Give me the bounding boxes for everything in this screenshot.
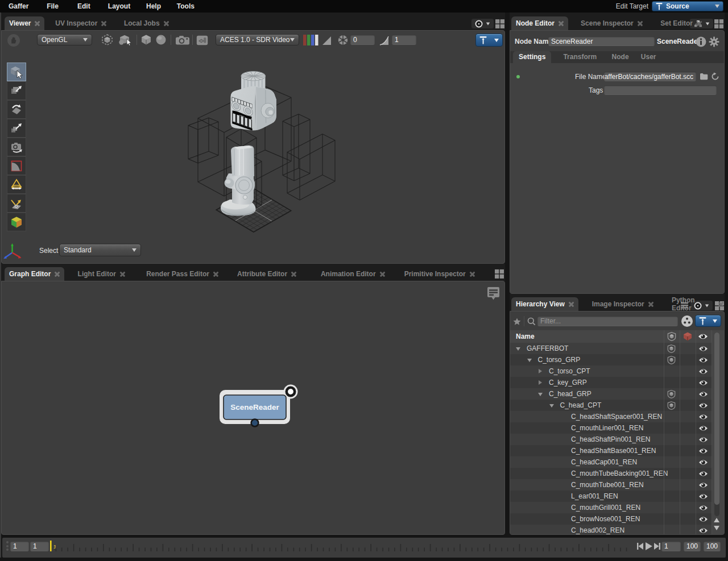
renderer-dropdown[interactable]: OpenGL [37,34,92,45]
inclusions-column-icon[interactable] [667,332,676,341]
play-button[interactable] [645,542,652,550]
file-reload-button[interactable] [711,72,719,81]
exclusions-column-icon[interactable] [683,332,692,341]
node-info-button[interactable] [696,36,706,47]
bookmarks-star-button[interactable] [513,318,521,326]
range-end-field[interactable]: 100 [684,541,701,551]
translate-tool-button[interactable] [7,81,26,100]
close-icon[interactable] [559,21,564,26]
graph-tab-animation-editor[interactable]: Animation Editor [316,267,390,281]
hierarchy-scrollbar-thumb[interactable] [714,333,719,505]
scene-end-field[interactable]: 100 [704,541,721,551]
sphere-shading-button[interactable] [155,34,167,45]
section-tab-node[interactable]: Node [606,51,635,63]
hierarchy-row-C_mouthTube001_REN[interactable]: C_mouthTube001_REN [510,479,712,491]
hierarchy-row-C_head002_REN[interactable]: C_head002_REN [510,525,712,534]
filter-input[interactable]: Filter... [537,316,678,326]
close-icon[interactable] [35,21,40,26]
expand-arrow-open[interactable] [549,404,554,408]
viewer-tab-viewer[interactable]: Viewer [5,16,44,30]
hierarchy-tab-hierarchy-view[interactable]: Hierarchy View [511,297,578,311]
close-icon[interactable] [470,272,475,277]
menu-layout[interactable]: Layout [108,0,130,13]
menu-gaffer[interactable]: Gaffer [9,0,28,13]
close-icon[interactable] [638,21,643,26]
hierarchy-tab-image-inspector[interactable]: Image Inspector [588,297,658,311]
expand-arrow-open[interactable] [516,347,520,351]
node-gear-menu-button[interactable] [709,36,719,47]
close-icon[interactable] [213,272,218,277]
light-tool-button[interactable] [7,175,26,194]
edit-target-dropdown[interactable]: Source [652,1,723,11]
timeline-drag-handle[interactable] [6,541,9,551]
hierarchy-row-C_headShaftBase001_REN[interactable]: C_headShaftBase001_REN [510,445,712,456]
skip-end-button[interactable] [653,543,661,550]
gamma-field[interactable]: 1 [392,35,416,45]
set-filter-button[interactable] [681,315,693,327]
viewer-layout-menu-button[interactable] [495,19,504,28]
current-frame-field[interactable]: 1 [661,541,681,551]
tags-field[interactable] [604,85,717,95]
graph-layout-menu-button[interactable] [495,269,504,279]
skip-start-button[interactable] [636,543,644,550]
menu-edit[interactable]: Edit [77,0,90,13]
section-tab-user[interactable]: User [635,51,662,63]
hierarchy-tab-python-editor[interactable]: Python Editor [667,297,728,311]
wireframe-cube-button[interactable] [140,34,152,45]
graph-tab-render-pass-editor[interactable]: Render Pass Editor [142,267,223,281]
close-icon[interactable] [648,302,653,307]
close-icon[interactable] [291,272,296,277]
node-editor-layout-menu-button[interactable] [714,19,723,28]
graph-tab-attribute-editor[interactable]: Attribute Editor [233,267,301,281]
graph-tab-graph-editor[interactable]: Graph Editor [5,267,64,281]
hierarchy-row-C_head_GRP[interactable]: C_head_GRP [510,388,712,400]
visualiser-tool-button[interactable] [7,213,26,231]
scroll-down-button[interactable] [714,526,719,530]
expand-arrow-closed[interactable] [539,369,542,373]
shading-mode-button[interactable] [101,34,113,45]
viewer-tab-uv-inspector[interactable]: UV Inspector [51,16,111,30]
scene-reader-node[interactable]: SceneReader [216,382,301,430]
light-through-tool-button[interactable] [7,194,26,213]
close-icon[interactable] [569,302,574,307]
viewer-tab-local-jobs[interactable]: Local Jobs [119,16,173,30]
node-editor-tab-scene-inspector[interactable]: Scene Inspector [576,16,647,30]
annotations-menu-button[interactable] [487,286,500,301]
file-browse-button[interactable] [700,73,708,80]
menu-tools[interactable]: Tools [177,0,195,13]
hierarchy-row-C_head_CPT[interactable]: C_head_CPT [510,400,712,411]
node-editor-tab-node-editor[interactable]: Node Editor [511,16,568,30]
hierarchy-row-C_torso_GRP[interactable]: C_torso_GRP [510,354,712,365]
viewport-3d-scene[interactable] [2,31,504,263]
channels-button[interactable] [303,35,318,45]
viewer-edit-scope-button[interactable] [475,34,503,47]
exposure-field[interactable]: 0 [350,35,375,45]
expansion-mode-button[interactable] [118,34,133,46]
visibility-column-icon[interactable] [698,333,708,340]
scene-view-settings-button[interactable] [196,35,208,45]
timeline-ruler[interactable]: 1 [49,539,635,555]
expand-arrow-closed[interactable] [539,380,542,385]
hierarchy-row-C_browNose001_REN[interactable]: C_browNose001_REN [510,513,712,525]
pan-tool-button[interactable] [7,34,20,47]
expand-arrow-open[interactable] [538,393,543,396]
hierarchy-row-C_headCap001_REN[interactable]: C_headCap001_REN [510,456,712,468]
close-icon[interactable] [164,21,169,26]
file-name-field[interactable]: rces/gafferBot/caches/gafferBot.scc [604,72,696,81]
hierarchy-row-C_mouthLiner001_REN[interactable]: C_mouthLiner001_REN [510,422,712,434]
close-icon[interactable] [55,272,60,277]
expand-arrow-open[interactable] [527,359,532,362]
camera-menu-button[interactable] [175,35,190,45]
node-name-field[interactable]: SceneReader [548,36,655,46]
range-start-field[interactable]: 1 [30,541,49,551]
aperture-icon-wrap[interactable] [338,35,348,45]
close-icon[interactable] [101,21,106,26]
hierarchy-row-C_headShaftPin001_REN[interactable]: C_headShaftPin001_REN [510,434,712,445]
node-editor-tab-set-editor[interactable]: Set Editor [656,16,706,30]
hierarchy-row-C_torso_CPT[interactable]: C_torso_CPT [510,365,712,377]
hierarchy-row-C_key_GRP[interactable]: C_key_GRP [510,377,712,388]
menu-help[interactable]: Help [146,0,161,13]
section-tab-transform[interactable]: Transform [557,51,602,63]
scene-start-field[interactable]: 1 [10,541,29,551]
scale-tool-button[interactable] [7,119,26,138]
